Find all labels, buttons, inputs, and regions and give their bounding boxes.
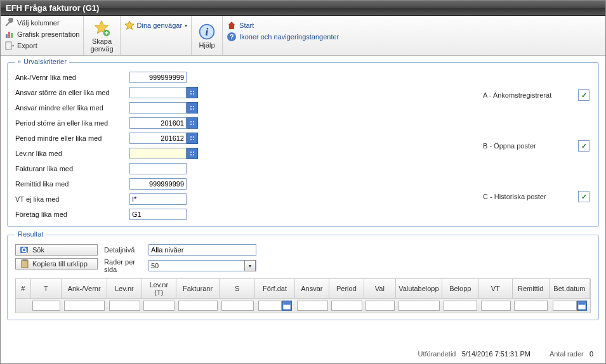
- svg-rect-37: [579, 303, 586, 305]
- criteria-input[interactable]: [129, 178, 187, 190]
- filter-remit[interactable]: [514, 301, 548, 311]
- lookup-button[interactable]: [187, 117, 198, 129]
- filter-t[interactable]: [32, 301, 60, 311]
- col-belopp[interactable]: Belopp: [442, 279, 479, 298]
- criteria-input[interactable]: [129, 209, 187, 220]
- export-button[interactable]: Export: [4, 40, 79, 51]
- lookup-button[interactable]: [187, 87, 198, 98]
- info-icon: i: [198, 23, 216, 41]
- col-levt[interactable]: Lev.nr (T): [142, 279, 176, 298]
- main-toolbar: Välj kolumner Grafisk presentation Expor…: [1, 16, 605, 56]
- lookup-button[interactable]: [187, 148, 198, 159]
- col-num[interactable]: #: [16, 279, 31, 298]
- result-grid: # T Ank-/Vernr Lev.nr Lev.nr (T) Faktura…: [15, 278, 591, 313]
- svg-text:?: ?: [230, 33, 234, 41]
- icons-nav-button[interactable]: ? Ikoner och navigeringstangenter: [227, 31, 339, 42]
- col-ford[interactable]: Förf.dat: [255, 279, 294, 298]
- search-icon: [20, 245, 30, 255]
- checkbox[interactable]: ✓: [578, 191, 590, 202]
- criteria-input[interactable]: [129, 193, 187, 205]
- criteria-fieldset: « Urvalskriterier Ank-/Vernr lika medAns…: [7, 62, 599, 227]
- graphic-presentation-button[interactable]: Grafisk presentation: [4, 29, 79, 40]
- calendar-icon[interactable]: [282, 301, 292, 311]
- filter-belopp[interactable]: [444, 301, 477, 311]
- criteria-legend-text: Urvalskriterier: [23, 58, 67, 65]
- col-lev[interactable]: Lev.nr: [107, 279, 142, 298]
- filter-ford[interactable]: [258, 301, 282, 311]
- create-shortcut-label: Skapa genväg: [90, 37, 113, 53]
- col-remit[interactable]: Remittid: [513, 279, 550, 298]
- col-fak[interactable]: Fakturanr: [176, 279, 220, 298]
- star-add-icon: [93, 19, 110, 37]
- copy-clipboard-label: Kopiera till urklipp: [32, 260, 88, 268]
- criteria-label: Period större än eller lika med: [15, 119, 129, 127]
- nav-group: Start ? Ikoner och navigeringstangenter: [223, 16, 343, 55]
- filter-bet[interactable]: [553, 301, 577, 311]
- filter-s[interactable]: [221, 301, 254, 311]
- criteria-grid: Ank-/Vernr lika medAnsvar större än elle…: [15, 72, 198, 220]
- check-label: B - Öppna poster: [483, 142, 578, 150]
- criteria-input[interactable]: [129, 87, 187, 98]
- row-count-label: Antal rader: [550, 350, 584, 358]
- criteria-input[interactable]: [129, 133, 187, 144]
- col-period[interactable]: Period: [329, 279, 364, 298]
- svg-point-26: [193, 152, 194, 153]
- filter-ansvar[interactable]: [297, 301, 328, 311]
- col-valb[interactable]: Valutabelopp: [396, 279, 442, 298]
- svg-rect-0: [6, 34, 8, 38]
- your-shortcuts-button[interactable]: Dina genvägar ▾: [124, 20, 188, 31]
- filter-fak[interactable]: [178, 301, 217, 311]
- filter-levt[interactable]: [143, 301, 175, 311]
- criteria-input[interactable]: [129, 148, 187, 159]
- filter-ank[interactable]: [64, 301, 105, 311]
- search-button-label: Sök: [32, 246, 44, 254]
- start-button[interactable]: Start: [227, 20, 339, 31]
- filter-valb[interactable]: [399, 301, 440, 311]
- filter-period[interactable]: [331, 301, 362, 311]
- lookup-button[interactable]: [187, 133, 198, 144]
- your-shortcuts-label: Dina genvägar: [137, 22, 183, 29]
- svg-point-10: [193, 91, 194, 92]
- search-button[interactable]: Sök: [15, 244, 98, 256]
- check-label: C - Historiska poster: [483, 193, 578, 200]
- filter-val[interactable]: [366, 301, 395, 311]
- svg-point-28: [193, 154, 194, 155]
- calendar-icon[interactable]: [577, 301, 587, 311]
- criteria-legend[interactable]: « Urvalskriterier: [15, 58, 69, 65]
- criteria-label: VT ej lika med: [15, 195, 129, 203]
- copy-clipboard-button[interactable]: Kopiera till urklipp: [15, 258, 98, 270]
- col-val[interactable]: Val: [364, 279, 397, 298]
- exec-time-label: Utförandetid: [418, 350, 456, 358]
- checkbox[interactable]: ✓: [578, 140, 590, 152]
- criteria-input[interactable]: [129, 163, 187, 174]
- result-legend-text: Resultat: [18, 230, 43, 238]
- col-s[interactable]: S: [220, 279, 255, 298]
- svg-rect-33: [23, 259, 27, 261]
- window-title: EFH Fråga fakturor (G1): [1, 1, 605, 16]
- choose-columns-button[interactable]: Välj kolumner: [4, 17, 79, 29]
- col-vt[interactable]: VT: [479, 279, 513, 298]
- criteria-input[interactable]: [129, 102, 187, 114]
- filter-lev[interactable]: [109, 301, 140, 311]
- svg-rect-35: [284, 303, 291, 305]
- col-ank[interactable]: Ank-/Vernr: [62, 279, 107, 298]
- filter-vt[interactable]: [481, 301, 511, 311]
- detail-level-input[interactable]: [148, 244, 256, 256]
- shortcuts-group: Dina genvägar ▾: [121, 16, 192, 55]
- criteria-label: Remittid lika med: [15, 180, 129, 188]
- col-t[interactable]: T: [31, 279, 62, 298]
- col-ansvar[interactable]: Ansvar: [295, 279, 329, 298]
- col-bet[interactable]: Bet.datum: [550, 279, 590, 298]
- criteria-input[interactable]: [129, 117, 187, 129]
- svg-point-15: [190, 108, 192, 110]
- chevron-down-icon: ▾: [185, 23, 187, 29]
- checkbox[interactable]: ✓: [578, 89, 590, 101]
- criteria-checks: A - Ankomstregistrerat✓B - Öppna poster✓…: [483, 72, 591, 220]
- svg-rect-1: [8, 32, 10, 38]
- content-area: « Urvalskriterier Ank-/Vernr lika medAns…: [1, 56, 605, 320]
- lookup-button[interactable]: [187, 102, 198, 114]
- criteria-input[interactable]: [129, 72, 187, 83]
- create-shortcut-button[interactable]: Skapa genväg: [84, 16, 120, 55]
- rows-per-page-select[interactable]: 50 ▾: [148, 260, 256, 271]
- help-button[interactable]: i Hjälp: [192, 16, 223, 55]
